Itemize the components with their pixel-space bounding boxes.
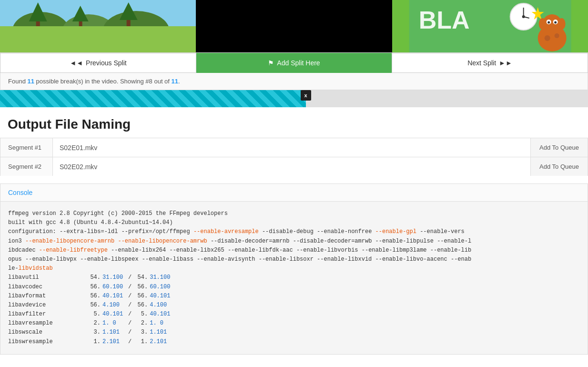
lib-name-4: libavdevice xyxy=(8,301,84,310)
lib-v2-8: 2.101 xyxy=(102,337,126,347)
scene-right-svg: BLA xyxy=(392,0,588,52)
console-config-orange-4: --enable-libfreetype xyxy=(39,247,108,254)
lib-v1-7: 3. xyxy=(86,328,101,337)
console-lib-libswresample: libswresample 1. 2.101 / 1. 2.101 xyxy=(8,337,580,347)
info-text-before: Found xyxy=(8,78,27,85)
console-body: ffmpeg version 2.8 Copyright (c) 2000-20… xyxy=(0,202,588,354)
lib-v3-6: 2. xyxy=(133,319,148,328)
lib-v1-8: 1. xyxy=(86,337,101,347)
svg-rect-11 xyxy=(51,34,89,48)
lib-v1-3: 56. xyxy=(86,292,101,301)
console-section: Console ffmpeg version 2.8 Copyright (c)… xyxy=(0,184,588,355)
console-header: Console xyxy=(0,184,588,202)
scene-right: BLA xyxy=(392,0,588,52)
lib-v2-5: 40.101 xyxy=(102,310,126,319)
console-link[interactable]: Console xyxy=(8,189,32,196)
console-lib-libavdevice: libavdevice 56. 4.100 / 56. 4.100 xyxy=(8,301,580,310)
console-config-prefix: configuration: --extra-libs=-ldl --prefi… xyxy=(8,228,193,235)
segment-1-input[interactable] xyxy=(53,138,530,157)
console-line-1: ffmpeg version 2.8 Copyright (c) 2000-20… xyxy=(8,209,580,218)
svg-point-13 xyxy=(54,44,61,51)
lib-v2-4: 4.100 xyxy=(102,301,126,310)
svg-point-32 xyxy=(554,33,559,38)
svg-point-30 xyxy=(558,18,565,30)
lib-v3-8: 1. xyxy=(133,337,148,347)
scene-left xyxy=(0,0,196,52)
lib-v4-4: 4.100 xyxy=(150,301,167,310)
lib-v3-5: 5. xyxy=(133,310,148,319)
prev-icon: ◄◄ xyxy=(70,59,83,67)
video-thumb-center xyxy=(196,0,392,52)
lib-v1-6: 2. xyxy=(86,319,101,328)
lib-name-2: libavcodec xyxy=(8,283,84,292)
lib-v2-7: 1.101 xyxy=(102,328,126,337)
info-count2: 11 xyxy=(172,78,178,85)
video-thumb-right: BLA xyxy=(392,0,588,52)
lib-name-5: libavfilter xyxy=(8,310,84,319)
segment-2-input[interactable] xyxy=(53,157,530,176)
lib-name-8: libswresample xyxy=(8,337,84,347)
add-icon: ⚑ xyxy=(268,59,274,67)
lib-v3-4: 56. xyxy=(133,301,148,310)
info-count: 11 xyxy=(27,78,34,85)
prev-split-button[interactable]: ◄◄ Previous Split xyxy=(0,53,196,73)
lib-v1-4: 56. xyxy=(86,301,101,310)
console-lib-libavresample: libavresample 2. 1. 0 / 2. 1. 0 xyxy=(8,319,580,328)
progress-marker[interactable]: x xyxy=(301,90,311,101)
video-thumb-left xyxy=(0,0,196,52)
svg-point-31 xyxy=(544,35,550,41)
svg-point-14 xyxy=(79,44,87,51)
prev-split-label: Previous Split xyxy=(86,59,127,67)
next-split-button[interactable]: Next Split ►► xyxy=(392,53,588,73)
console-lib-libavformat: libavformat 56. 40.101 / 56. 40.101 xyxy=(8,292,580,301)
lib-v4-3: 40.101 xyxy=(150,292,170,301)
console-config-orange-5: libvidstab xyxy=(19,265,53,272)
segment-1-label: Segment #1 xyxy=(0,138,53,157)
lib-name-6: libavresample xyxy=(8,319,84,328)
segment-2-label: Segment #2 xyxy=(0,157,53,176)
lib-v4-8: 2.101 xyxy=(150,337,167,347)
next-split-label: Next Split xyxy=(467,59,496,67)
lib-v3-7: 3. xyxy=(133,328,148,337)
video-thumbnails-row: BLA xyxy=(0,0,588,52)
svg-point-27 xyxy=(547,21,550,24)
lib-v2-2: 60.100 xyxy=(102,283,126,292)
console-lib-libavutil: libavutil 54. 31.100 / 54. 31.100 xyxy=(8,273,580,282)
info-text-after: . xyxy=(178,78,180,85)
svg-text:BLA: BLA xyxy=(418,6,469,34)
console-lib-libswscale: libswscale 3. 1.101 / 3. 1.101 xyxy=(8,328,580,337)
add-split-button[interactable]: ⚑ Add Split Here xyxy=(196,53,392,73)
lib-v2-3: 40.101 xyxy=(102,292,126,301)
info-bar: Found 11 possible break(s) in the video.… xyxy=(0,73,588,90)
lib-name-3: libavformat xyxy=(8,292,84,301)
segment-1-queue-button[interactable]: Add To Queue xyxy=(530,138,588,157)
console-config-orange-3: --enable-libopencore-amrnb --enable-libo… xyxy=(25,238,207,245)
lib-v1-1: 54. xyxy=(86,273,101,282)
lib-v2-6: 1. 0 xyxy=(102,319,126,328)
lib-v1-5: 5. xyxy=(86,310,101,319)
button-row: ◄◄ Previous Split ⚑ Add Split Here Next … xyxy=(0,52,588,73)
segment-row-1: Segment #1 Add To Queue xyxy=(0,138,588,157)
console-config-orange-2: --enable-gpl xyxy=(375,228,416,235)
progress-container[interactable]: x xyxy=(0,90,588,107)
svg-point-3 xyxy=(62,14,115,48)
console-text-1: ffmpeg version 2.8 Copyright (c) 2000-20… xyxy=(8,210,228,217)
lib-v4-5: 40.101 xyxy=(150,310,170,319)
console-lib-libavcodec: libavcodec 56. 60.100 / 56. 60.100 xyxy=(8,283,580,292)
console-line-2: built with gcc 4.8 (Ubuntu 4.8.4-2ubuntu… xyxy=(8,218,580,227)
svg-point-28 xyxy=(554,21,557,24)
console-lib-libavfilter: libavfilter 5. 40.101 / 5. 40.101 xyxy=(8,310,580,319)
lib-v3-3: 56. xyxy=(133,292,148,301)
lib-v4-1: 31.100 xyxy=(150,273,170,282)
svg-point-15 xyxy=(153,41,167,49)
svg-point-29 xyxy=(538,18,546,30)
console-text-2: built with gcc 4.8 (Ubuntu 4.8.4-2ubuntu… xyxy=(8,219,173,226)
segment-2-queue-button[interactable]: Add To Queue xyxy=(530,157,588,176)
scene-left-svg xyxy=(0,0,196,52)
next-icon: ►► xyxy=(499,59,512,67)
lib-name-1: libavutil xyxy=(8,273,84,282)
lib-name-7: libswscale xyxy=(8,328,84,337)
svg-rect-12 xyxy=(58,29,81,38)
lib-v4-7: 1.101 xyxy=(150,328,167,337)
lib-v4-2: 60.100 xyxy=(150,283,170,292)
